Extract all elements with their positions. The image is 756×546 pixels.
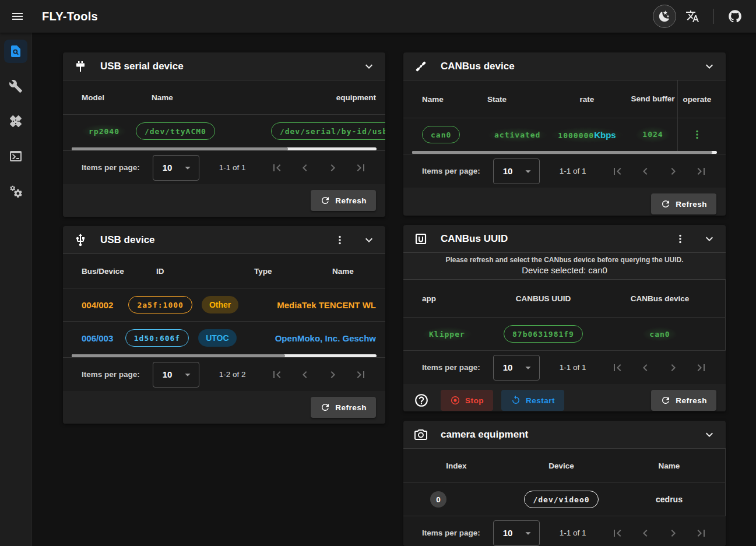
column-app: app xyxy=(413,294,483,303)
moon-icon xyxy=(658,10,671,23)
page-range: 1-1 of 1 xyxy=(560,529,586,537)
page-range: 1-1 of 1 xyxy=(560,363,586,372)
first-page-button[interactable] xyxy=(269,367,284,382)
horizontal-scrollbar[interactable] xyxy=(72,147,377,150)
page-size-select[interactable]: 10 xyxy=(153,155,199,181)
dots-vertical-icon xyxy=(674,233,687,245)
page-size-select[interactable]: 10 xyxy=(493,520,540,546)
chevron-right-icon xyxy=(326,368,340,382)
table-header: Name State rate Send buffer operate xyxy=(403,80,726,118)
scrollbar-thumb[interactable] xyxy=(412,151,712,154)
scrollbar-thumb[interactable] xyxy=(72,354,285,357)
column-name: Name xyxy=(142,93,245,102)
sidebar-item-repair[interactable] xyxy=(4,110,27,133)
refresh-button[interactable]: Refresh xyxy=(311,190,376,211)
sidebar-item-device-query[interactable] xyxy=(4,40,27,63)
page-size-select[interactable]: 10 xyxy=(493,158,540,184)
page-size-select[interactable]: 10 xyxy=(153,362,199,388)
next-page-button[interactable] xyxy=(666,360,681,375)
github-button[interactable] xyxy=(723,5,747,28)
last-page-button[interactable] xyxy=(694,360,709,375)
table-row: can0 activated 1000000Kbps 1024 xyxy=(403,118,726,151)
stop-button[interactable]: Stop xyxy=(441,390,493,411)
column-rate: rate xyxy=(546,95,628,104)
chevron-down-icon xyxy=(702,232,716,246)
horizontal-scrollbar[interactable] xyxy=(412,151,717,154)
device-name-value: MediaTek TENCENT WL xyxy=(238,300,376,310)
prev-page-button[interactable] xyxy=(297,367,312,382)
serial-port-icon xyxy=(73,59,87,73)
prev-page-button[interactable] xyxy=(297,160,312,175)
last-page-button[interactable] xyxy=(353,160,368,175)
topbar-divider xyxy=(713,9,714,24)
table-header: Index Device Name xyxy=(403,449,726,482)
horizontal-scrollbar[interactable] xyxy=(72,354,377,357)
last-page-button[interactable] xyxy=(694,526,709,541)
page-range: 1-2 of 2 xyxy=(219,370,246,379)
row-operate-menu-button[interactable] xyxy=(689,126,705,143)
table-row: 004/002 2a5f:1000 Other MediaTek TENCENT… xyxy=(63,288,385,321)
device-name-value: OpenMoko, Inc. Geschw xyxy=(237,333,376,343)
restart-button[interactable]: Restart xyxy=(501,390,564,411)
sidebar-item-terminal[interactable] xyxy=(4,145,27,168)
prev-page-button[interactable] xyxy=(638,360,653,375)
last-page-icon xyxy=(694,164,708,178)
chevron-left-icon xyxy=(638,526,652,540)
cable-icon xyxy=(414,59,428,73)
first-page-button[interactable] xyxy=(269,160,284,175)
next-page-button[interactable] xyxy=(666,526,681,541)
chevron-right-icon xyxy=(666,526,680,540)
column-device: Device xyxy=(500,462,623,470)
first-page-button[interactable] xyxy=(610,526,625,541)
first-page-button[interactable] xyxy=(610,360,625,375)
name-chip: /dev/ttyACM0 xyxy=(136,122,215,140)
console-icon xyxy=(9,149,23,163)
hamburger-menu-button[interactable] xyxy=(6,5,29,28)
refresh-button[interactable]: Refresh xyxy=(651,193,716,214)
page-size-select[interactable]: 10 xyxy=(493,355,540,381)
prev-page-button[interactable] xyxy=(638,164,653,179)
next-page-button[interactable] xyxy=(325,160,340,175)
restart-icon xyxy=(511,395,521,406)
column-state: State xyxy=(478,95,546,104)
refresh-button[interactable]: Refresh xyxy=(651,390,716,411)
card-menu-button[interactable] xyxy=(332,232,348,248)
chevron-down-icon xyxy=(702,59,716,73)
last-page-button[interactable] xyxy=(694,164,709,179)
camera-device-chip: /dev/video0 xyxy=(524,491,598,508)
column-name: Name xyxy=(623,462,716,470)
camera-index-badge: 0 xyxy=(430,491,446,508)
card-menu-button[interactable] xyxy=(672,231,688,247)
scrollbar-thumb[interactable] xyxy=(72,147,288,150)
bus-device-value: 006/003 xyxy=(72,333,116,343)
items-per-page-label: Items per page: xyxy=(82,163,140,172)
collapse-button[interactable] xyxy=(701,231,718,247)
help-button[interactable] xyxy=(413,392,430,409)
theme-toggle-button[interactable] xyxy=(653,5,676,28)
page-range: 1-1 of 1 xyxy=(560,167,586,175)
language-button[interactable] xyxy=(681,5,704,28)
first-page-button[interactable] xyxy=(610,164,625,179)
sidebar-item-tools[interactable] xyxy=(4,75,27,98)
sidebar-item-services[interactable] xyxy=(4,179,27,203)
type-chip: Other xyxy=(202,296,238,313)
card-title: USB serial device xyxy=(100,61,184,72)
collapse-button[interactable] xyxy=(701,58,718,75)
chevron-left-icon xyxy=(298,161,312,175)
refresh-button[interactable]: Refresh xyxy=(311,397,376,418)
column-equipment: equipment xyxy=(245,93,376,102)
last-page-button[interactable] xyxy=(353,367,368,382)
translate-icon xyxy=(685,9,699,23)
canbus-device-value: can0 xyxy=(642,327,677,341)
card-canbus-device: CANBus device Name State rate Send buffe… xyxy=(403,52,726,216)
next-page-button[interactable] xyxy=(325,367,340,382)
collapse-button[interactable] xyxy=(701,427,718,443)
menu-down-icon xyxy=(181,368,194,381)
prev-page-button[interactable] xyxy=(638,526,653,541)
collapse-button[interactable] xyxy=(361,58,377,75)
dots-vertical-icon xyxy=(333,234,346,246)
next-page-button[interactable] xyxy=(666,164,681,179)
wrench-icon xyxy=(9,79,23,93)
first-page-icon xyxy=(270,368,284,382)
collapse-button[interactable] xyxy=(361,232,377,248)
